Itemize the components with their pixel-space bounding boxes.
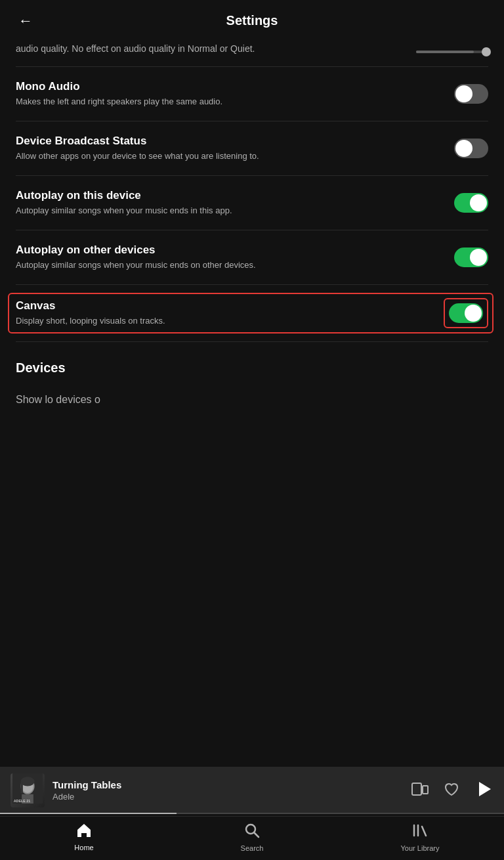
bottom-partial-text: Show lo devices o (16, 383, 488, 408)
back-arrow-icon: ← (18, 12, 33, 29)
setting-info-autoplay-other: Autoplay on other devices Autoplay simil… (16, 244, 444, 271)
progress-bar (0, 813, 504, 814)
svg-text:ADELE 21: ADELE 21 (14, 799, 30, 803)
setting-info-autoplay-this: Autoplay on this device Autoplay similar… (16, 189, 444, 217)
progress-fill (0, 813, 177, 814)
library-icon (411, 822, 429, 842)
nav-item-search[interactable]: Search (168, 822, 336, 852)
volume-fill (416, 51, 474, 53)
device-connect-icon[interactable] (411, 781, 429, 800)
search-icon (243, 822, 261, 842)
like-icon[interactable] (442, 781, 461, 800)
bottom-partial-content: Show lo devices o (16, 394, 100, 405)
toggle-thumb-autoplay-this (470, 194, 487, 211)
settings-header: ← Settings (0, 0, 504, 35)
nav-label-home: Home (74, 844, 93, 851)
setting-desc-device-broadcast: Allow other apps on your device to see w… (16, 150, 444, 162)
svg-line-12 (255, 833, 259, 838)
top-partial-row: audio quality. No effect on audio qualit… (16, 35, 488, 67)
album-art-inner: ADELE 21 (10, 773, 45, 807)
svg-rect-7 (412, 783, 421, 795)
devices-section-label: Devices (16, 360, 66, 375)
album-art: ADELE 21 (10, 773, 45, 807)
toggle-autoplay-this[interactable] (454, 193, 488, 213)
now-playing-info: Turning Tables Adele (52, 779, 403, 802)
album-art-svg: ADELE 21 (12, 773, 43, 806)
now-playing-bar: ADELE 21 Turning Tables Adele (0, 767, 504, 814)
setting-desc-canvas: Display short, looping visuals on tracks… (16, 315, 433, 327)
devices-section-header: Devices (16, 342, 488, 383)
toggle-thumb-device-broadcast (455, 140, 472, 157)
setting-info-device-broadcast: Device Broadcast Status Allow other apps… (16, 135, 444, 162)
play-button[interactable] (474, 779, 494, 802)
toggle-device-broadcast[interactable] (454, 139, 488, 158)
speaker-device-svg (411, 781, 429, 798)
setting-info-canvas: Canvas Display short, looping visuals on… (16, 299, 433, 327)
bottom-nav: Home Search Your Library (0, 816, 504, 860)
svg-rect-4 (20, 781, 23, 793)
setting-title-autoplay-this: Autoplay on this device (16, 189, 444, 202)
setting-title-canvas: Canvas (16, 299, 433, 312)
setting-desc-autoplay-other: Autoplay similar songs when your music e… (16, 259, 444, 271)
top-partial-text: audio quality. No effect on audio qualit… (16, 43, 406, 56)
volume-bar (416, 51, 488, 53)
svg-line-15 (422, 827, 426, 836)
toggle-mono-audio[interactable] (454, 84, 488, 104)
setting-desc-autoplay-this: Autoplay similar songs when your music e… (16, 205, 444, 217)
setting-row-autoplay-this: Autoplay on this device Autoplay similar… (16, 176, 488, 230)
setting-row-canvas: Canvas Display short, looping visuals on… (16, 285, 488, 342)
setting-row-autoplay-other: Autoplay on other devices Autoplay simil… (16, 230, 488, 285)
canvas-toggle-highlight (444, 298, 488, 328)
toggle-thumb-canvas (465, 305, 482, 322)
nav-label-search: Search (241, 844, 264, 852)
setting-row-mono-audio: Mono Audio Makes the left and right spea… (16, 67, 488, 121)
now-playing-artist: Adele (52, 792, 403, 802)
toggle-thumb-mono-audio (455, 85, 472, 102)
now-playing-controls (411, 779, 494, 802)
setting-title-device-broadcast: Device Broadcast Status (16, 135, 444, 148)
page-title: Settings (226, 13, 278, 28)
setting-row-device-broadcast: Device Broadcast Status Allow other apps… (16, 121, 488, 176)
nav-item-library[interactable]: Your Library (336, 822, 504, 852)
volume-thumb (482, 47, 491, 56)
setting-desc-mono-audio: Makes the left and right speakers play t… (16, 96, 444, 108)
back-button[interactable]: ← (13, 10, 38, 32)
nav-label-library: Your Library (401, 844, 440, 852)
svg-rect-8 (423, 786, 428, 794)
nav-item-home[interactable]: Home (0, 823, 168, 851)
toggle-autoplay-other[interactable] (454, 247, 488, 267)
toggle-thumb-autoplay-other (470, 249, 487, 266)
setting-info-mono-audio: Mono Audio Makes the left and right spea… (16, 80, 444, 108)
setting-title-autoplay-other: Autoplay on other devices (16, 244, 444, 257)
settings-content: audio quality. No effect on audio qualit… (0, 35, 504, 408)
play-svg (474, 779, 494, 799)
now-playing-track: Turning Tables (52, 779, 403, 790)
heart-svg (442, 781, 461, 798)
setting-title-mono-audio: Mono Audio (16, 80, 444, 93)
toggle-canvas[interactable] (449, 303, 483, 323)
svg-marker-10 (479, 782, 491, 796)
home-icon (75, 823, 93, 841)
